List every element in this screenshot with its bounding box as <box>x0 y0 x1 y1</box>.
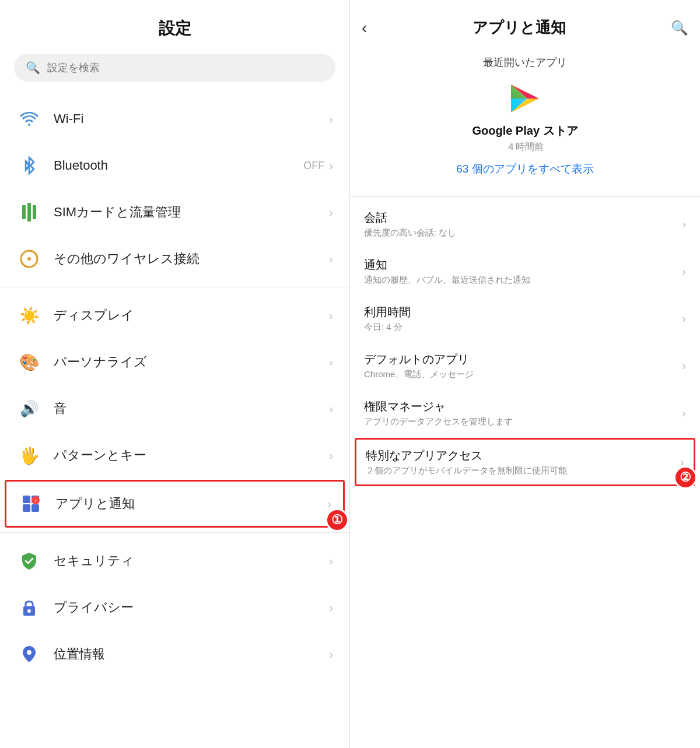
notification-chevron: › <box>682 265 686 278</box>
divider-2 <box>0 532 349 533</box>
right-item-permission[interactable]: 権限マネージャ アプリのデータアクセスを管理します › <box>350 389 700 437</box>
right-item-title-permission: 権限マネージャ <box>364 399 682 415</box>
permission-chevron: › <box>682 406 686 420</box>
pattern-icon: 🖐 <box>16 443 42 468</box>
usage-chevron: › <box>682 312 686 325</box>
sound-chevron: › <box>329 402 333 416</box>
right-item-content-default-apps: デフォルトのアプリ Chrome、電話、メッセージ <box>364 352 682 380</box>
search-input[interactable] <box>47 62 324 74</box>
recent-apps-label: 最近開いたアプリ <box>362 55 688 69</box>
bluetooth-icon <box>16 153 42 178</box>
settings-item-sound[interactable]: 🔊 音 › <box>0 385 349 432</box>
settings-group-personal: ☀️ ディスプレイ › 🎨 パーソナライズ › 🔊 音 › 🖐 パターンとキー … <box>0 292 349 528</box>
sim-label: SIMカードと流量管理 <box>54 203 329 221</box>
left-panel: 設定 🔍 Wi-Fi › <box>0 0 350 748</box>
display-icon: ☀️ <box>16 303 42 328</box>
settings-group-security: セキュリティ › プライバシー › 位置情報 › <box>0 538 349 677</box>
settings-item-bluetooth[interactable]: Bluetooth OFF › <box>0 142 349 189</box>
right-item-sub-usage: 今日: 4 分 <box>364 322 682 333</box>
right-item-special[interactable]: 特別なアプリアクセス ２個のアプリがモバイルデータを無制限に使用可能 › ② <box>355 438 695 486</box>
right-item-title-default-apps: デフォルトのアプリ <box>364 352 682 367</box>
display-chevron: › <box>329 309 333 322</box>
wifi-icon <box>16 106 42 132</box>
divider-1 <box>0 287 349 287</box>
wifi-label: Wi-Fi <box>54 111 329 127</box>
settings-item-location[interactable]: 位置情報 › <box>0 631 349 677</box>
apps-label: アプリと通知 <box>55 495 327 512</box>
right-item-content-usage: 利用時間 今日: 4 分 <box>364 304 682 333</box>
settings-item-sim[interactable]: SIMカードと流量管理 › <box>0 189 349 236</box>
settings-item-display[interactable]: ☀️ ディスプレイ › <box>0 292 349 339</box>
svg-rect-8 <box>32 504 39 512</box>
personalize-chevron: › <box>329 356 333 369</box>
wireless-icon <box>16 246 42 272</box>
security-label: セキュリティ <box>54 552 329 570</box>
apps-icon: ! <box>18 491 44 517</box>
settings-item-apps[interactable]: ! アプリと通知 › ① <box>5 480 345 528</box>
bluetooth-value: OFF <box>303 160 324 172</box>
wifi-chevron: › <box>329 113 333 126</box>
right-panel-title: アプリと通知 <box>373 17 665 38</box>
right-item-conversation[interactable]: 会話 優先度の高い会話: なし › <box>350 201 700 248</box>
right-item-sub-permission: アプリのデータアクセスを管理します <box>364 416 682 427</box>
badge-1: ① <box>326 508 349 532</box>
svg-rect-7 <box>23 504 30 512</box>
svg-point-13 <box>27 650 32 655</box>
right-header: ‹ アプリと通知 🔍 <box>350 0 700 50</box>
wireless-label: その他のワイヤレス接続 <box>54 250 329 268</box>
settings-item-wireless[interactable]: その他のワイヤレス接続 › <box>0 236 349 282</box>
back-button[interactable]: ‹ <box>362 19 367 37</box>
sim-icon <box>16 199 42 225</box>
pattern-chevron: › <box>329 449 333 462</box>
location-chevron: › <box>329 648 333 661</box>
privacy-icon <box>16 595 42 620</box>
svg-rect-5 <box>23 496 30 503</box>
right-item-notification[interactable]: 通知 通知の履歴、バブル、最近送信された通知 › <box>350 248 700 295</box>
play-store-icon-wrap <box>362 80 688 117</box>
left-panel-title: 設定 <box>0 17 349 40</box>
bluetooth-label: Bluetooth <box>54 158 303 173</box>
right-item-usage[interactable]: 利用時間 今日: 4 分 › <box>350 295 700 342</box>
recent-apps-section: 最近開いたアプリ <box>350 50 700 188</box>
settings-item-personalize[interactable]: 🎨 パーソナライズ › <box>0 339 349 385</box>
svg-point-4 <box>27 257 31 261</box>
right-item-title-notification: 通知 <box>364 257 682 273</box>
settings-item-privacy[interactable]: プライバシー › <box>0 584 349 631</box>
right-search-button[interactable]: 🔍 <box>671 20 688 36</box>
svg-rect-1 <box>27 203 31 222</box>
settings-item-security[interactable]: セキュリティ › <box>0 538 349 584</box>
svg-point-12 <box>27 609 31 613</box>
right-item-content-conversation: 会話 優先度の高い会話: なし <box>364 210 682 238</box>
settings-item-wifi[interactable]: Wi-Fi › <box>0 96 349 142</box>
right-item-sub-default-apps: Chrome、電話、メッセージ <box>364 369 682 380</box>
wireless-chevron: › <box>329 252 333 266</box>
privacy-chevron: › <box>329 601 333 614</box>
sim-chevron: › <box>329 206 333 219</box>
right-item-title-conversation: 会話 <box>364 210 682 226</box>
search-icon: 🔍 <box>26 61 40 75</box>
badge-2: ② <box>674 466 697 489</box>
right-item-content-permission: 権限マネージャ アプリのデータアクセスを管理します <box>364 399 682 427</box>
svg-rect-2 <box>33 205 36 219</box>
apps-chevron: › <box>327 497 331 511</box>
right-divider <box>350 196 700 197</box>
play-store-icon <box>506 80 544 117</box>
security-icon <box>16 548 42 574</box>
right-item-sub-conversation: 優先度の高い会話: なし <box>364 227 682 238</box>
personalize-label: パーソナライズ <box>54 353 329 371</box>
settings-item-pattern[interactable]: 🖐 パターンとキー › <box>0 432 349 479</box>
svg-rect-0 <box>22 205 26 219</box>
conversation-chevron: › <box>682 217 686 231</box>
search-bar[interactable]: 🔍 <box>14 54 335 82</box>
recent-app-name: Google Play ストア <box>362 123 688 139</box>
show-all-apps-link[interactable]: 63 個のアプリをすべて表示 <box>456 163 593 175</box>
right-item-title-usage: 利用時間 <box>364 304 682 320</box>
display-label: ディスプレイ <box>54 307 329 324</box>
right-item-content-notification: 通知 通知の履歴、バブル、最近送信された通知 <box>364 257 682 286</box>
sound-icon: 🔊 <box>16 396 42 422</box>
right-item-content-special: 特別なアプリアクセス ２個のアプリがモバイルデータを無制限に使用可能 <box>366 448 680 476</box>
right-item-default-apps[interactable]: デフォルトのアプリ Chrome、電話、メッセージ › <box>350 342 700 389</box>
personalize-icon: 🎨 <box>16 349 42 375</box>
location-label: 位置情報 <box>54 645 329 663</box>
svg-text:!: ! <box>35 498 37 504</box>
